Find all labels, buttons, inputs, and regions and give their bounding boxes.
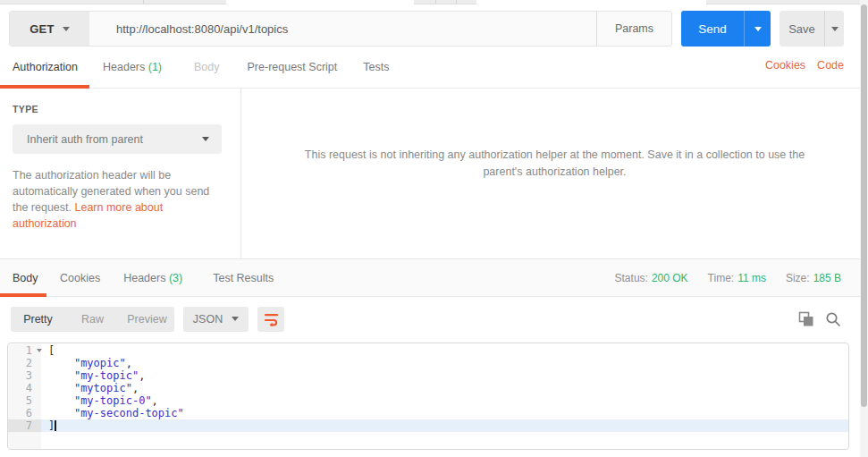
line-number: 4 — [8, 382, 41, 394]
line-content: "myopic", — [41, 357, 848, 369]
headers-count-badge: (3) — [169, 272, 182, 284]
window-tab-active[interactable] — [226, 0, 414, 4]
code-line: 3 "my-topic", — [8, 369, 848, 382]
window-tab[interactable] — [476, 0, 706, 4]
url-input[interactable]: http://localhost:8080/api/v1/topics — [89, 12, 596, 46]
cookies-code-links: Cookies Code — [765, 59, 844, 72]
code-line: 6 "my-second-topic" — [8, 407, 848, 419]
view-mode-switch: Pretty Raw Preview — [11, 307, 174, 332]
tab-headers[interactable]: Headers (1) — [103, 61, 162, 73]
tab-label: Body — [194, 61, 220, 73]
line-number: 1 — [8, 344, 41, 357]
content-filler — [41, 432, 848, 449]
line-content: "mytopic", — [41, 382, 848, 394]
tab-label: Tests — [363, 61, 389, 73]
method-label: GET — [29, 22, 55, 36]
tab-response-cookies[interactable]: Cookies — [60, 272, 100, 284]
tab-divider — [143, 0, 144, 4]
tab-authorization[interactable]: Authorization — [0, 47, 89, 88]
line-number: 6 — [8, 407, 41, 419]
language-value: JSON — [193, 313, 223, 326]
code-line: 5 "my-topic-0", — [8, 394, 848, 407]
vertical-scrollbar[interactable] — [860, 0, 868, 457]
send-label: Send — [698, 22, 727, 36]
auth-type-column: TYPE Inherit auth from parent The author… — [0, 89, 241, 258]
params-label: Params — [615, 22, 653, 35]
json-string: "my-topic-0" — [74, 394, 152, 407]
chevron-down-icon — [202, 137, 209, 141]
code-line: 2 "myopic", — [8, 357, 848, 369]
status-item: Status:200 OK — [615, 272, 688, 284]
params-button[interactable]: Params — [596, 12, 671, 46]
status-label: Status: — [615, 272, 648, 284]
type-label: TYPE — [13, 104, 228, 114]
copy-icon — [798, 311, 814, 327]
line-content: "my-second-topic" — [41, 407, 848, 419]
response-status-bar: Status:200 OK Time:11 ms Size:185 B — [615, 259, 841, 296]
line-content: "my-topic", — [41, 369, 848, 382]
response-toolbar: Pretty Raw Preview JSON — [0, 297, 868, 341]
text-cursor — [55, 420, 56, 431]
response-body-editor[interactable]: 1 [ 2 "myopic", 3 "my-topic", 4 "mytopic… — [7, 343, 849, 450]
copy-button[interactable] — [798, 311, 814, 327]
search-button[interactable] — [825, 311, 841, 327]
status-value: 200 OK — [652, 272, 688, 284]
line-content: [ — [41, 344, 848, 357]
response-meta-bar: Body Cookies Headers (3) Test Results St… — [0, 258, 868, 297]
line-content: ] — [41, 419, 848, 432]
code-link[interactable]: Code — [817, 59, 844, 72]
time-label: Time: — [708, 272, 735, 284]
send-button[interactable]: Send — [681, 11, 744, 47]
tab-test-results[interactable]: Test Results — [213, 272, 274, 284]
save-button-group: Save — [780, 11, 844, 47]
save-button[interactable]: Save — [780, 11, 824, 47]
chevron-down-icon — [63, 27, 70, 31]
wrap-text-button[interactable] — [257, 307, 284, 332]
tab-label: Test Results — [213, 272, 274, 284]
tab-response-headers[interactable]: Headers (3) — [123, 272, 182, 284]
tab-label: Headers — [103, 61, 145, 73]
line-number: 7 — [8, 419, 41, 432]
save-options-button[interactable] — [824, 11, 844, 47]
size-value: 185 B — [813, 272, 841, 284]
request-tabs: Authorization Headers (1) Body Pre-reque… — [0, 47, 868, 89]
tab-label: Cookies — [60, 272, 100, 284]
language-dropdown[interactable]: JSON — [183, 307, 249, 332]
view-preview-button[interactable]: Preview — [120, 307, 174, 332]
chevron-down-icon — [232, 317, 239, 321]
line-number: 3 — [8, 369, 41, 382]
wrap-text-icon — [264, 311, 279, 326]
active-tab-underline — [0, 85, 89, 89]
fold-caret-icon[interactable] — [37, 349, 42, 352]
tab-response-body[interactable]: Body — [0, 259, 46, 296]
tab-tests[interactable]: Tests — [363, 61, 389, 73]
time-item: Time:11 ms — [708, 272, 766, 284]
scrollbar-thumb[interactable] — [861, 4, 867, 407]
auth-helper-column: This request is not inheriting any autho… — [241, 89, 868, 258]
send-options-button[interactable] — [744, 11, 771, 47]
cookies-link[interactable]: Cookies — [765, 59, 805, 72]
search-icon — [825, 311, 841, 327]
size-item: Size:185 B — [786, 272, 841, 284]
json-string: "my-topic" — [74, 369, 139, 382]
tab-divider — [435, 0, 436, 4]
send-button-group: Send — [681, 11, 771, 47]
tab-body[interactable]: Body — [194, 61, 220, 73]
size-label: Size: — [786, 272, 810, 284]
tab-pre-request-script[interactable]: Pre-request Script — [248, 61, 338, 73]
toolbar-right-icons — [798, 311, 841, 327]
tab-label: Headers — [123, 272, 165, 284]
gutter-filler — [8, 432, 41, 449]
chevron-down-icon — [831, 27, 839, 31]
line-number: 5 — [8, 394, 41, 407]
method-dropdown[interactable]: GET — [10, 12, 89, 46]
editor-empty-area — [8, 432, 848, 449]
tab-label: Authorization — [13, 61, 78, 73]
code-line: 4 "mytopic", — [8, 382, 848, 394]
auth-type-select[interactable]: Inherit auth from parent — [13, 124, 222, 154]
auth-description: The authorization header will be automat… — [13, 167, 222, 232]
view-pretty-button[interactable]: Pretty — [11, 307, 65, 332]
line-content: "my-topic-0", — [41, 394, 848, 407]
view-raw-button[interactable]: Raw — [65, 307, 120, 332]
json-string: "mytopic" — [74, 382, 132, 394]
